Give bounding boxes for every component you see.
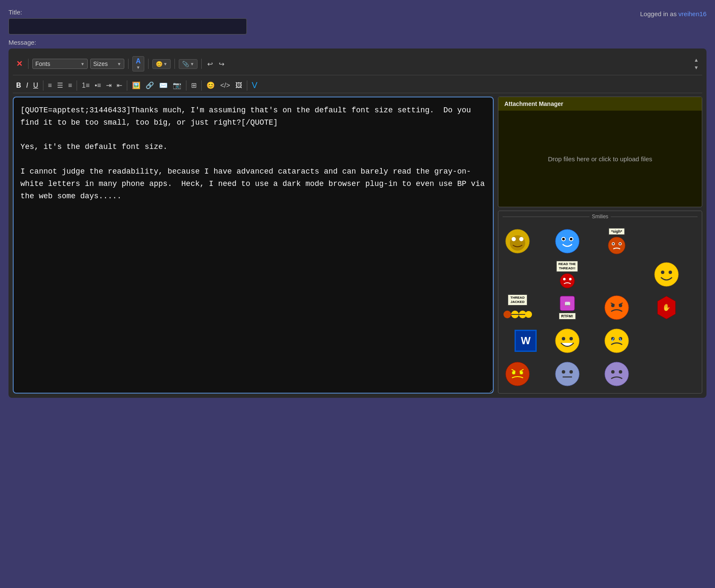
smiley-angry[interactable] [602,293,632,323]
smiley-rtfm[interactable]: 📖 RTFM! [552,293,582,323]
smiley-icon: 😊 [156,61,163,67]
smiley-empty-5 [652,359,698,389]
text-color-button[interactable]: A ▼ [132,56,144,71]
scroll-up-icon[interactable]: ▲ [694,57,699,63]
svg-point-8 [570,238,572,240]
list-ordered-button[interactable]: 1≡ [80,81,91,90]
paperclip-button[interactable]: 📎 ▼ [179,59,197,69]
smilies-header: Smilies [498,211,702,222]
svg-point-48 [619,370,622,374]
smilies-grid: *sigh* READ THET [498,222,702,393]
smiley-stop[interactable]: ✋ [652,293,681,323]
undo-button[interactable]: ↩ [206,59,214,69]
size-arrow: ▼ [117,62,121,66]
paperclip-arrow: ▼ [190,62,194,66]
align-center-button[interactable]: ☰ [55,80,65,90]
svg-point-35 [569,337,573,340]
align-center-icon: ☰ [57,81,63,89]
attachment-manager: Attachment Manager Drop files here or cl… [498,97,702,207]
scroll-area: ▲ ▼ [692,55,701,72]
media-icon: 🖼 [235,82,242,89]
svg-point-39 [506,362,529,386]
svg-point-9 [608,237,625,254]
top-bar: Title: Logged in as vreihen16 [9,9,706,34]
outdent-button[interactable]: ⇤ [115,80,124,90]
svg-point-15 [563,278,566,280]
logged-in-text: Logged in as [640,10,678,17]
separator-2 [128,59,129,69]
photo-button[interactable]: 📷 [171,80,183,90]
svg-point-19 [669,271,672,274]
scroll-down-icon[interactable]: ▼ [694,65,699,71]
svg-point-7 [562,238,565,240]
smiley-empty-2 [503,260,549,289]
smilies-left-line [503,217,589,217]
color-dropdown-arrow: ▼ [136,65,140,70]
email-button[interactable]: ✉️ [157,80,169,90]
redo-button[interactable]: ↪ [217,59,226,69]
message-textarea[interactable] [13,97,494,394]
list-unordered-button[interactable]: •≡ [93,81,103,90]
size-label: Sizes [93,60,108,67]
smiley-happyyellow[interactable] [652,260,681,289]
smiley-evil[interactable] [503,359,532,389]
bold-button[interactable]: B [14,81,23,90]
smiley-word[interactable]: W [503,326,549,356]
smileys2-icon: 😊 [206,81,215,89]
attachment-drop-zone[interactable]: Drop files here or click to upload files [498,111,702,207]
vimeo-button[interactable]: V [250,80,259,91]
smiley-sad[interactable] [602,359,632,389]
svg-point-14 [560,274,575,288]
smiley-readthread[interactable]: READ THETHREAD!! [552,260,582,289]
align-right-button[interactable]: ≡ [66,81,74,90]
smiley-sigh[interactable]: *sigh* [602,226,632,256]
underline-button[interactable]: U [31,81,40,90]
smiley-laugh[interactable] [552,326,582,356]
separator-4 [174,59,175,69]
link-icon: 🔗 [146,81,154,89]
separator-10 [201,80,202,91]
size-dropdown[interactable]: Sizes ▼ [90,59,124,69]
svg-point-1 [510,235,525,251]
vimeo-icon: V [252,80,257,90]
smiley-neutral[interactable] [552,359,582,389]
email-icon: ✉️ [159,81,168,89]
threadjacked-sign: THREADJACKED [507,294,527,305]
svg-text:✋: ✋ [662,303,671,311]
separator-9 [186,80,186,91]
separator-8 [127,80,127,91]
media-button[interactable]: 🖼 [234,81,244,90]
code-button[interactable]: </> [218,81,232,90]
username-link[interactable]: vreihen16 [678,10,706,17]
smiley-cry[interactable] [602,326,632,356]
indent-button[interactable]: ⇥ [104,80,113,90]
align-left-icon: ≡ [48,82,52,89]
italic-button[interactable]: I [25,81,30,90]
font-dropdown[interactable]: Fonts ▼ [32,59,88,69]
smiley-threadjacked[interactable]: THREADJACKED [503,293,532,323]
smiley-button[interactable]: 😊 ▼ [152,59,171,69]
x-button[interactable]: ✕ [14,59,24,69]
code-icon: </> [220,82,230,89]
image-link-button[interactable]: 🖼️ [130,80,142,90]
align-left-button[interactable]: ≡ [46,81,54,90]
smiley-smile[interactable] [552,226,582,256]
smiley-empty-4 [652,326,698,356]
link-button[interactable]: 🔗 [144,80,156,90]
undo-icon: ↩ [207,60,213,68]
svg-point-34 [562,337,565,340]
image-link-icon: 🖼️ [132,81,140,89]
svg-point-36 [605,329,629,353]
table-button[interactable]: ⊞ [189,80,198,90]
smileys2-button[interactable]: 😊 [205,80,217,90]
title-input[interactable] [9,18,247,34]
indent-icon: ⇥ [106,81,112,89]
svg-point-28 [605,296,629,320]
svg-point-42 [555,362,579,386]
font-arrow: ▼ [80,62,85,66]
smiley-sleepy[interactable] [503,226,532,256]
smiley-empty-1 [652,226,698,256]
smiley-arrow: ▼ [163,62,168,66]
attachment-header: Attachment Manager [498,97,702,111]
svg-point-43 [562,370,565,374]
